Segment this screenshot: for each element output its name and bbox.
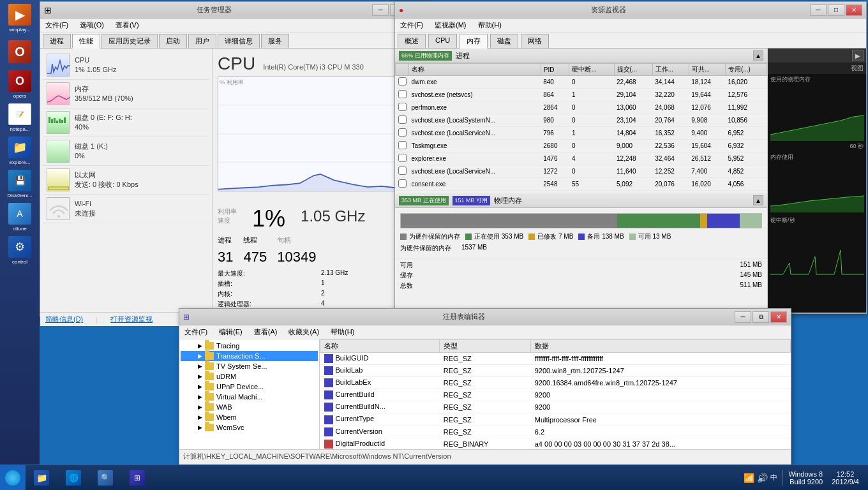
process-section-header[interactable]: 68% 已用物理内存 进程 ▲ xyxy=(395,48,767,63)
col-pid[interactable]: PID xyxy=(541,64,569,76)
col-hard-faults[interactable]: 硬中断... xyxy=(569,64,614,76)
taskmgr-menu-file[interactable]: 文件(F) xyxy=(43,19,71,31)
app-icon-cttune[interactable]: A cttune xyxy=(4,202,36,234)
bottom-info[interactable]: 简略信息(D) xyxy=(45,315,83,324)
process-checkbox[interactable] xyxy=(398,128,407,137)
registry-value-row[interactable]: CurrentBuildN... REG_SZ 9200 xyxy=(320,401,791,413)
process-checkbox[interactable] xyxy=(398,179,407,188)
taskbar-regedit[interactable]: ⊞ xyxy=(121,465,153,491)
regedit-close[interactable]: ✕ xyxy=(770,311,787,323)
tree-item-wab[interactable]: ▶ WAB xyxy=(181,402,318,412)
resmgr-minimize[interactable]: ─ xyxy=(810,4,827,16)
col-shareable[interactable]: 可共... xyxy=(689,64,725,76)
app-icon-control[interactable]: ⚙ control xyxy=(4,235,36,267)
registry-value-row[interactable]: BuildGUID REG_SZ ffffffff-ffff-ffff-ffff… xyxy=(320,353,791,365)
bottom-resmgr[interactable]: 打开资源监视 xyxy=(110,315,153,324)
tree-item-udrm[interactable]: ▶ uDRM xyxy=(181,371,318,382)
process-row[interactable]: svchost.exe (LocalServiceN... 1272 0 11,… xyxy=(396,165,767,178)
taskmgr-menu-options[interactable]: 选项(O) xyxy=(77,19,107,31)
sidebar-wifi[interactable]: Wi-Fi 未连接 xyxy=(43,195,209,223)
process-row[interactable]: consent.exe 2548 55 5,092 20,076 16,020 … xyxy=(396,178,767,191)
process-row[interactable]: perfmon.exe 2864 0 13,060 24,068 12,076 … xyxy=(396,101,767,114)
resmgr-expand-btn[interactable]: ▶ xyxy=(852,50,864,61)
col-working-set[interactable]: 工作... xyxy=(652,64,689,76)
process-checkbox[interactable] xyxy=(398,154,407,162)
regedit-menu-file[interactable]: 文件(F) xyxy=(182,326,210,338)
taskbar-magnify[interactable]: 🔍 xyxy=(89,465,121,491)
val-col-type[interactable]: 类型 xyxy=(440,340,531,353)
process-expand[interactable]: ▲ xyxy=(753,50,763,61)
start-button[interactable] xyxy=(0,465,26,491)
sidebar-disk0[interactable]: 磁盘 0 (E: F: G: H: 40% xyxy=(43,108,209,137)
process-checkbox[interactable] xyxy=(398,141,407,149)
tab-cpu[interactable]: CPU xyxy=(428,34,457,48)
resmgr-close[interactable]: ✕ xyxy=(846,4,862,16)
taskbar-clock[interactable]: 12:52 2012/9/4 xyxy=(828,470,863,486)
col-name[interactable]: 名称 xyxy=(409,64,541,76)
val-col-name[interactable]: 名称 xyxy=(320,340,440,353)
tab-services[interactable]: 服务 xyxy=(261,34,289,48)
val-col-data[interactable]: 数据 xyxy=(531,340,791,353)
phys-expand[interactable]: ▲ xyxy=(753,195,763,205)
regedit-restore[interactable]: ⧉ xyxy=(752,311,769,323)
col-commit[interactable]: 提交(... xyxy=(614,64,652,76)
process-row[interactable]: svchost.exe (LocalServiceN... 796 1 14,8… xyxy=(396,127,767,140)
taskmgr-menu-view[interactable]: 查看(V) xyxy=(113,19,142,31)
process-row[interactable]: svchost.exe (netsvcs) 864 1 29,104 32,22… xyxy=(396,89,767,101)
taskmgr-minimize[interactable]: ─ xyxy=(372,4,389,16)
sidebar-ethernet[interactable]: 以太网 发送: 0 接收: 0 Kbps xyxy=(43,166,209,195)
regedit-menu-edit[interactable]: 编辑(E) xyxy=(216,326,245,338)
tree-item-wbem[interactable]: ▶ Wbem xyxy=(181,412,318,422)
taskbar-explorer[interactable]: 📁 xyxy=(26,465,57,491)
resmgr-menu-help[interactable]: 帮助(H) xyxy=(475,19,504,31)
process-checkbox[interactable] xyxy=(398,167,407,175)
app-icon-opera[interactable]: O opera xyxy=(4,69,36,101)
tree-item-virtualmachi[interactable]: ▶ Virtual Machi... xyxy=(181,392,318,402)
app-icon-office[interactable]: O xyxy=(4,36,36,68)
process-row[interactable]: explorer.exe 1476 4 12,248 32,464 26,512… xyxy=(396,152,767,165)
tree-item-upnpdevice[interactable]: ▶ UPnP Device... xyxy=(181,382,318,392)
tab-process[interactable]: 进程 xyxy=(43,34,71,48)
process-row[interactable]: Taskmgr.exe 2680 0 9,000 22,536 15,604 6… xyxy=(396,140,767,152)
sidebar-disk1[interactable]: 磁盘 1 (K:) 0% xyxy=(43,137,209,166)
regedit-menu-help[interactable]: 帮助(H) xyxy=(328,326,357,338)
tab-overview[interactable]: 概述 xyxy=(398,34,426,48)
resmgr-menu-monitor[interactable]: 监视器(M) xyxy=(432,19,469,31)
process-row[interactable]: svchost.exe (LocalSystemN... 980 0 23,10… xyxy=(396,114,767,127)
registry-value-row[interactable]: DigitalProductId REG_BINARY a4 00 00 00 … xyxy=(320,438,791,449)
registry-value-row[interactable]: CurrentType REG_SZ Multiprocessor Free xyxy=(320,413,791,426)
registry-value-row[interactable]: BuildLabEx REG_SZ 9200.16384.amd64fre.wi… xyxy=(320,377,791,389)
resmgr-menu-file[interactable]: 文件(F) xyxy=(398,19,426,31)
tab-users[interactable]: 用户 xyxy=(188,34,216,48)
regedit-menu-view[interactable]: 查看(A) xyxy=(251,326,280,338)
regedit-minimize[interactable]: ─ xyxy=(735,311,751,323)
sidebar-memory[interactable]: 内存 359/512 MB (70%) xyxy=(43,80,209,108)
tab-performance[interactable]: 性能 xyxy=(72,34,100,48)
col-private[interactable]: 专用(...) xyxy=(725,64,767,76)
app-icon-diskgenius[interactable]: 💾 DiskGeni... xyxy=(4,168,36,200)
tab-apphistory[interactable]: 应用历史记录 xyxy=(101,34,158,48)
registry-value-row[interactable]: CurrentVersion REG_SZ 6.2 xyxy=(320,426,791,438)
regedit-menu-fav[interactable]: 收藏夹(A) xyxy=(286,326,322,338)
process-row[interactable]: dwm.exe 840 0 22,468 34,144 18,124 16,02… xyxy=(396,76,767,89)
registry-value-row[interactable]: BuildLab REG_SZ 9200.win8_rtm.120725-124… xyxy=(320,365,791,377)
tree-item-wcmsvc[interactable]: ▶ WcmSvc xyxy=(181,422,318,433)
app-icon-notepad[interactable]: 📝 notepa... xyxy=(4,102,36,134)
tab-details[interactable]: 详细信息 xyxy=(218,34,260,48)
tab-network[interactable]: 网络 xyxy=(521,34,549,48)
process-checkbox[interactable] xyxy=(398,90,407,98)
tab-startup[interactable]: 启动 xyxy=(159,34,187,48)
tree-item-transactions[interactable]: ▶ Transaction S... xyxy=(181,351,318,361)
tree-item-tvsystemse[interactable]: ▶ TV System Se... xyxy=(181,361,318,371)
tab-disk[interactable]: 磁盘 xyxy=(490,34,518,48)
phys-section-header[interactable]: 353 MB 正在使用 151 MB 可用 物理内存 ▲ xyxy=(395,193,767,208)
app-icon-wmplayer[interactable]: ▶ wmplay... xyxy=(4,3,36,34)
process-checkbox[interactable] xyxy=(398,103,407,111)
sidebar-cpu[interactable]: CPU 1% 1.05 GHz xyxy=(43,51,209,80)
process-checkbox[interactable] xyxy=(398,77,407,85)
registry-value-row[interactable]: CurrentBuild REG_SZ 9200 xyxy=(320,389,791,401)
resmgr-maximize[interactable]: □ xyxy=(828,4,844,16)
app-icon-explorer[interactable]: 📁 explore... xyxy=(4,135,36,167)
taskbar-browser[interactable]: 🌐 xyxy=(57,465,89,491)
tab-memory[interactable]: 内存 xyxy=(460,34,488,48)
